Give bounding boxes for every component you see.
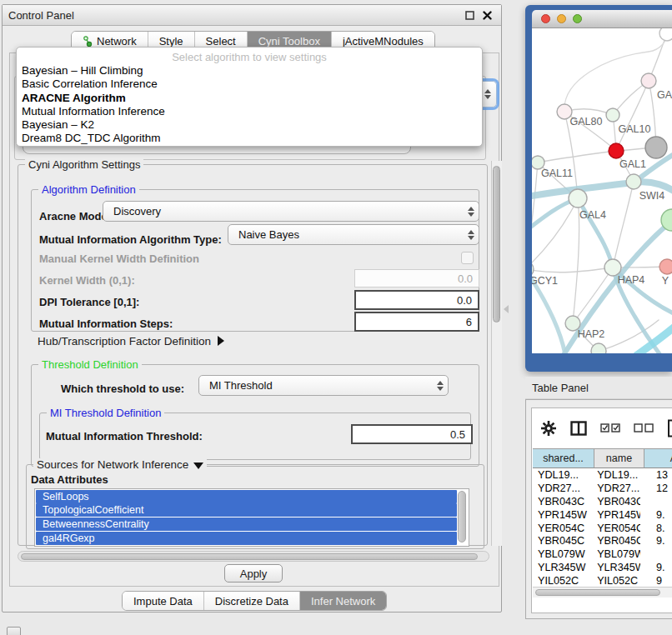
network-node-label: SWI4: [639, 190, 665, 202]
network-node-gal4[interactable]: [569, 189, 587, 208]
attribute-item-gal4rgexp[interactable]: gal4RGexp: [36, 532, 457, 545]
network-node-unlabeled[interactable]: [645, 137, 667, 158]
manual-kernel-checkbox[interactable]: [461, 252, 474, 264]
mi-threshold-field[interactable]: 0.5: [351, 424, 473, 444]
apply-button[interactable]: Apply: [224, 564, 283, 582]
settings-vertical-scrollbar-thumb[interactable]: [493, 166, 500, 322]
attribute-item-betweennesscentrality[interactable]: BetweennessCentrality: [36, 518, 457, 531]
network-canvas-container[interactable]: GALGAL80GAL10GAL1GAL11SWI4GAL4GCY1HAP4YH…: [532, 28, 672, 353]
table-rows: YDL19...YDL19...13YDR27...YDR27...12YBR0…: [533, 468, 672, 584]
settings-horizontal-scrollbar-thumb[interactable]: [21, 553, 478, 560]
network-node-gal10[interactable]: [606, 108, 619, 122]
attribute-item-selfloops[interactable]: SelfLoops: [36, 490, 457, 503]
table-row[interactable]: YBR043CYBR043C: [533, 495, 672, 508]
collapse-down-icon[interactable]: [193, 462, 203, 469]
tab-select-label: Select: [206, 35, 236, 48]
expand-right-icon[interactable]: [218, 336, 224, 346]
select-all-checkboxes-icon[interactable]: [600, 423, 620, 432]
table-row[interactable]: YPR145WYPR145W9.: [533, 508, 672, 522]
column-header-name[interactable]: name: [594, 448, 644, 468]
bottom-tab-infer-network-label: Infer Network: [311, 595, 375, 608]
hub-definition-section[interactable]: Hub/Transcription Factor Definition: [38, 335, 224, 348]
tab-style-label: Style: [159, 35, 183, 48]
bottom-tab-infer-network[interactable]: Infer Network: [300, 592, 386, 610]
close-traffic-light-icon[interactable]: [541, 14, 550, 23]
table-cell: 8.: [640, 522, 672, 534]
network-node-swi4[interactable]: [626, 174, 641, 189]
algorithm-option-aracne-algorithm[interactable]: ARACNE Algorithm: [17, 92, 482, 105]
mi-threshold-definition-title: MI Threshold Definition: [47, 407, 164, 419]
algorithm-option-mutual-information-inference[interactable]: Mutual Information Inference: [17, 105, 482, 118]
table-row[interactable]: YIL052CYIL052C9: [533, 574, 672, 584]
table-cell: YBR045C: [533, 535, 592, 547]
table-cell: 12: [640, 482, 672, 494]
table-row[interactable]: YBR045CYBR045C9.: [533, 534, 672, 548]
which-threshold-combo[interactable]: MI Threshold: [198, 375, 449, 396]
bottom-tab-discretize-data[interactable]: Discretize Data: [204, 592, 300, 610]
kernel-width-field[interactable]: 0.0: [354, 269, 479, 288]
mi-steps-label: Mutual Information Steps:: [39, 318, 173, 330]
table-row[interactable]: YBL079WYBL079W: [533, 548, 672, 561]
network-node-y[interactable]: [659, 259, 672, 274]
minimize-traffic-light-icon[interactable]: [557, 14, 566, 23]
columns-icon[interactable]: [570, 421, 587, 436]
table-row[interactable]: YLR345WYLR345W9.: [533, 561, 672, 574]
data-attributes-list[interactable]: SelfLoopsTopologicalCoefficientBetweenne…: [34, 488, 469, 547]
aracne-mode-label: Aracne Mode:: [39, 210, 111, 222]
table-horizontal-scrollbar[interactable]: [533, 587, 672, 598]
zoom-traffic-light-icon[interactable]: [573, 14, 582, 23]
network-node-unlabeled[interactable]: [591, 343, 606, 353]
mi-steps-field[interactable]: 6: [354, 312, 479, 332]
network-node-unlabeled[interactable]: [659, 28, 672, 41]
network-edge[interactable]: [532, 268, 613, 272]
deselect-all-checkboxes-icon[interactable]: [634, 423, 654, 432]
attribute-item-topologicalcoefficient[interactable]: TopologicalCoefficient: [36, 503, 457, 517]
table-row[interactable]: YDR27...YDR27...12: [533, 482, 672, 495]
control-panel-titlebar[interactable]: Control Panel: [3, 5, 501, 26]
settings-horizontal-scrollbar[interactable]: [18, 551, 489, 562]
panel-splitter-grip[interactable]: [504, 305, 509, 313]
network-edge[interactable]: [538, 151, 616, 162]
algorithm-option-bayesian-hill-climbing[interactable]: Bayesian – Hill Climbing: [17, 64, 482, 78]
network-window-titlebar[interactable]: [532, 10, 672, 28]
table-row[interactable]: YDL19...YDL19...13: [533, 468, 672, 482]
table-cell: YER054C: [592, 522, 640, 534]
dpi-tolerance-field[interactable]: 0.0: [354, 290, 479, 310]
network-node-hap4[interactable]: [604, 259, 621, 276]
attributes-scrollbar-thumb[interactable]: [458, 491, 466, 542]
network-node-label: HAP4: [618, 274, 645, 286]
aracne-mode-combo[interactable]: Discovery: [103, 201, 479, 222]
network-edge[interactable]: [616, 81, 649, 151]
network-edge[interactable]: [532, 162, 538, 269]
table-cell: YDR27...: [592, 482, 640, 494]
table-panel-body: shared...nameA YDL19...YDL19...13YDR27..…: [531, 408, 672, 613]
float-window-icon[interactable]: [464, 10, 475, 21]
network-edge[interactable]: [613, 182, 634, 268]
network-node-gal[interactable]: [641, 73, 656, 88]
sources-group-title[interactable]: Sources for Network Inference: [33, 458, 207, 471]
table-horizontal-scrollbar-thumb[interactable]: [535, 589, 660, 596]
network-node-label: GAL10: [619, 123, 651, 135]
column-header-shared[interactable]: shared...: [533, 448, 594, 468]
network-edge[interactable]: [573, 198, 579, 323]
dpi-tolerance-label: DPI Tolerance [0,1]:: [39, 296, 139, 308]
column-header-a[interactable]: A: [644, 448, 672, 468]
mi-type-label: Mutual Information Algorithm Type:: [39, 233, 222, 246]
close-icon[interactable]: [482, 10, 493, 21]
mi-type-combo[interactable]: Naive Bayes: [228, 224, 479, 245]
spinner-up-icon: [484, 89, 491, 93]
network-node-gal1[interactable]: [609, 143, 624, 158]
mi-threshold-label: Mutual Information Threshold:: [46, 430, 203, 442]
table-cell: YDL19...: [592, 469, 640, 481]
table-panel-title: Table Panel: [532, 382, 589, 394]
bottom-tab-impute-data[interactable]: Impute Data: [123, 592, 204, 610]
which-threshold-value: MI Threshold: [199, 379, 433, 392]
algorithm-option-bayesian-k2[interactable]: Bayesian – K2: [17, 118, 482, 132]
gear-icon[interactable]: [540, 420, 557, 437]
algorithm-option-basic-correlation-inference[interactable]: Basic Correlation Inference: [17, 78, 482, 91]
algorithm-option-dream8-dc-tdc-algorithm[interactable]: Dream8 DC_TDC Algorithm: [17, 132, 482, 145]
bottom-corner-button[interactable]: [7, 627, 21, 635]
table-cell: YLR345W: [533, 562, 592, 573]
table-row[interactable]: YER054CYER054C8.: [533, 522, 672, 535]
new-table-document-icon[interactable]: [667, 419, 672, 438]
